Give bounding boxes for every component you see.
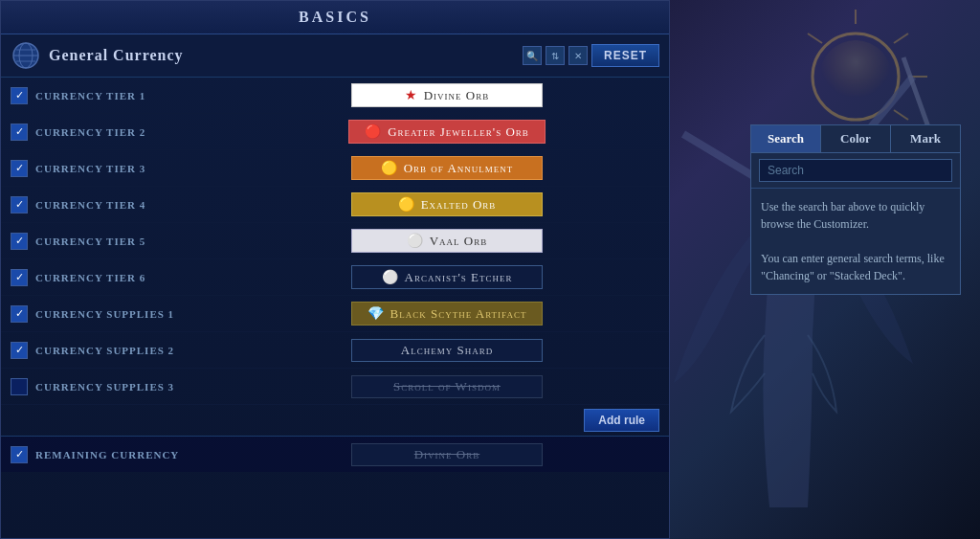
checkbox-tier5[interactable]	[11, 233, 28, 250]
currency-row-tier4: CURRENCY TIER 4🟡Exalted Orb	[1, 187, 669, 223]
tab-mark[interactable]: Mark	[891, 125, 960, 152]
checkbox-tier4[interactable]	[11, 196, 28, 213]
row-value-tier3: 🟡Orb of Annulment	[234, 156, 659, 180]
row-value-tier2: 🔴Greater Jeweller's Orb	[234, 120, 659, 144]
item-icon-tier2: 🔴	[365, 124, 382, 140]
checkbox-tier3[interactable]	[11, 160, 28, 177]
svg-line-6	[808, 34, 822, 43]
row-value-remaining: Divine Orb	[234, 443, 659, 466]
item-text-supplies3: Scroll of Wisdom	[393, 379, 501, 394]
title-bar: BASICS	[1, 1, 669, 34]
row-label-tier5: CURRENCY TIER 5	[35, 236, 227, 247]
search-input-wrap	[751, 153, 960, 189]
item-text-tier6: Arcanist's Etcher	[405, 270, 513, 285]
item-icon-tier3: 🟡	[381, 160, 398, 176]
item-badge-supplies1[interactable]: 💎Black Scythe Artifact	[351, 302, 544, 326]
row-value-supplies3: Scroll of Wisdom	[234, 375, 659, 398]
tab-color[interactable]: Color	[821, 125, 891, 152]
row-label-tier3: CURRENCY TIER 3	[35, 163, 227, 174]
search-small-icon[interactable]: 🔍	[523, 46, 542, 65]
row-label-tier1: CURRENCY TIER 1	[35, 90, 227, 101]
item-badge-tier6[interactable]: ⚪Arcanist's Etcher	[351, 265, 543, 289]
row-label-tier6: CURRENCY TIER 6	[35, 272, 227, 283]
checkbox-tier2[interactable]	[11, 124, 28, 141]
reset-button[interactable]: RESET	[591, 44, 659, 67]
item-badge-supplies3[interactable]: Scroll of Wisdom	[351, 375, 543, 398]
remaining-currency-row: REMAINING CURRENCYDivine Orb	[1, 436, 669, 472]
main-panel: BASICS General Currency 🔍 ⇅ ✕ RESET CURR…	[0, 0, 670, 539]
item-text-tier2: Greater Jeweller's Orb	[388, 124, 529, 140]
row-value-tier1: ★Divine Orb	[234, 83, 659, 107]
item-text-supplies1: Black Scythe Artifact	[390, 306, 527, 322]
currency-row-tier3: CURRENCY TIER 3🟡Orb of Annulment	[1, 150, 669, 187]
item-badge-tier3[interactable]: 🟡Orb of Annulment	[351, 156, 543, 180]
row-value-tier5: ⚪Vaal Orb	[234, 229, 659, 253]
currency-row-tier5: CURRENCY TIER 5⚪Vaal Orb	[1, 223, 669, 259]
row-value-tier6: ⚪Arcanist's Etcher	[234, 265, 659, 289]
search-input[interactable]	[759, 159, 952, 182]
item-text-tier1: Divine Orb	[424, 88, 490, 103]
panel-tabs: Search Color Mark	[751, 125, 960, 153]
search-panel: Search Color Mark Use the search bar abo…	[750, 124, 961, 295]
page-title: BASICS	[9, 9, 661, 26]
currency-row-supplies1: CURRENCY SUPPLIES 1💎Black Scythe Artifac…	[1, 296, 669, 332]
search-help-text: Use the search bar above to quickly brow…	[751, 189, 960, 294]
add-rule-row: Add rule	[1, 405, 669, 436]
row-value-supplies1: 💎Black Scythe Artifact	[234, 302, 659, 326]
item-badge-tier5[interactable]: ⚪Vaal Orb	[351, 229, 543, 253]
item-text-tier5: Vaal Orb	[430, 234, 488, 249]
item-badge-remaining[interactable]: Divine Orb	[351, 443, 543, 466]
item-badge-tier4[interactable]: 🟡Exalted Orb	[351, 192, 543, 216]
row-label-supplies3: CURRENCY SUPPLIES 3	[35, 381, 227, 393]
row-label-supplies1: CURRENCY SUPPLIES 1	[35, 308, 227, 320]
currency-row-supplies3: CURRENCY SUPPLIES 3Scroll of Wisdom	[1, 369, 669, 405]
currency-row-tier2: CURRENCY TIER 2🔴Greater Jeweller's Orb	[1, 114, 669, 150]
arrows-icon[interactable]: ⇅	[546, 46, 565, 65]
item-badge-tier1[interactable]: ★Divine Orb	[351, 83, 543, 107]
svg-line-5	[894, 110, 908, 120]
checkbox-supplies1[interactable]	[11, 305, 28, 323]
row-label-supplies2: CURRENCY SUPPLIES 2	[35, 345, 227, 356]
item-icon-supplies1: 💎	[368, 305, 385, 322]
row-label-tier4: CURRENCY TIER 4	[35, 199, 227, 211]
item-icon-tier4: 🟡	[398, 196, 415, 213]
currency-row-tier6: CURRENCY TIER 6⚪Arcanist's Etcher	[1, 259, 669, 296]
item-icon-tier1: ★	[405, 87, 418, 103]
checkbox-tier1[interactable]	[11, 87, 28, 104]
checkbox-tier6[interactable]	[11, 269, 28, 286]
add-rule-button[interactable]: Add rule	[584, 409, 659, 432]
row-value-tier4: 🟡Exalted Orb	[234, 192, 659, 216]
tab-search[interactable]: Search	[751, 125, 821, 152]
header-controls: 🔍 ⇅ ✕ RESET	[523, 44, 659, 67]
header-row: General Currency 🔍 ⇅ ✕ RESET	[1, 34, 669, 78]
currency-row-supplies2: CURRENCY SUPPLIES 2Alchemy Shard	[1, 332, 669, 369]
svg-point-1	[819, 40, 892, 113]
section-title: General Currency	[49, 47, 515, 64]
close-icon[interactable]: ✕	[568, 46, 588, 65]
row-label-remaining: REMAINING CURRENCY	[35, 449, 227, 460]
item-badge-supplies2[interactable]: Alchemy Shard	[351, 339, 543, 362]
row-label-tier2: CURRENCY TIER 2	[35, 126, 227, 138]
item-text-supplies2: Alchemy Shard	[401, 343, 493, 358]
item-text-tier3: Orb of Annulment	[404, 161, 514, 176]
svg-line-3	[894, 34, 908, 43]
item-icon-tier6: ⚪	[382, 269, 399, 285]
checkbox-supplies2[interactable]	[11, 342, 28, 359]
currency-row-tier1: CURRENCY TIER 1★Divine Orb	[1, 78, 669, 114]
globe-icon	[11, 40, 41, 71]
item-badge-tier2[interactable]: 🔴Greater Jeweller's Orb	[348, 120, 546, 144]
checkbox-remaining[interactable]	[11, 446, 28, 463]
row-value-supplies2: Alchemy Shard	[234, 339, 659, 362]
item-icon-tier5: ⚪	[407, 233, 424, 249]
item-text-tier4: Exalted Orb	[421, 197, 497, 213]
content-area: CURRENCY TIER 1★Divine OrbCURRENCY TIER …	[1, 78, 669, 530]
checkbox-supplies3[interactable]	[11, 378, 28, 395]
